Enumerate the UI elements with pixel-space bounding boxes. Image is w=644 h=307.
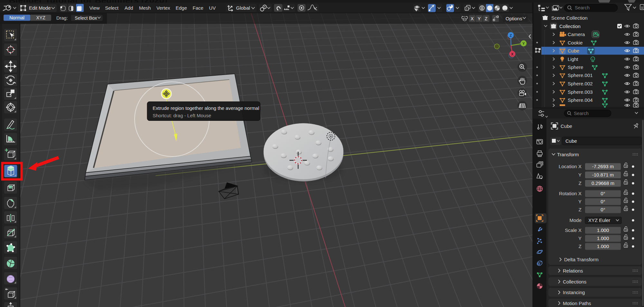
svg-text:Y: Y	[478, 16, 481, 21]
svg-text:UV: UV	[209, 5, 216, 11]
svg-text:XYZ: XYZ	[36, 15, 45, 20]
svg-text:Vertex: Vertex	[156, 5, 170, 11]
svg-text:Z: Z	[485, 16, 488, 21]
svg-text:Cookie: Cookie	[568, 40, 583, 45]
svg-text:X: X	[511, 52, 514, 56]
svg-text:Delta Transform: Delta Transform	[564, 257, 599, 262]
svg-text:Sphere.002: Sphere.002	[568, 81, 593, 86]
svg-text:Relations: Relations	[563, 268, 583, 273]
svg-text:Collection: Collection	[559, 24, 581, 29]
svg-text:Global: Global	[236, 5, 250, 11]
svg-text:Extrude region together along: Extrude region together along the averag…	[153, 105, 259, 111]
svg-text:Instancing: Instancing	[563, 290, 585, 295]
svg-text:Select: Select	[105, 5, 119, 11]
svg-text:Face: Face	[193, 5, 203, 11]
svg-text:Mode: Mode	[569, 217, 582, 223]
svg-text:Mesh: Mesh	[139, 5, 151, 11]
svg-text:Z: Z	[579, 207, 582, 212]
svg-text:Cube: Cube	[568, 48, 579, 53]
svg-text:Z: Z	[579, 180, 582, 186]
svg-text:Scale X: Scale X	[565, 227, 582, 233]
svg-text:-7.2693 m: -7.2693 m	[592, 164, 614, 169]
svg-text:Collections: Collections	[563, 279, 586, 284]
svg-text:Sphere.003: Sphere.003	[568, 89, 593, 95]
svg-text:Transform: Transform	[557, 152, 579, 157]
svg-text:Sphere.004: Sphere.004	[568, 97, 593, 103]
svg-text:Light: Light	[568, 56, 578, 62]
svg-text:-10.871 m: -10.871 m	[592, 172, 614, 177]
svg-text:Normal: Normal	[9, 15, 24, 20]
svg-text:Camera: Camera	[568, 32, 585, 37]
svg-text:Edge: Edge	[175, 5, 187, 11]
svg-text:1.000: 1.000	[597, 235, 609, 241]
svg-text:Rotation X: Rotation X	[559, 191, 582, 196]
svg-text:Sphere.001: Sphere.001	[568, 72, 593, 78]
svg-text:Location X: Location X	[559, 164, 582, 169]
svg-text:Y: Y	[522, 42, 525, 45]
svg-text:0°: 0°	[601, 207, 605, 212]
svg-text:Shortcut: drag - Left Mouse: Shortcut: drag - Left Mouse	[153, 113, 211, 118]
svg-text:Y: Y	[578, 235, 582, 241]
svg-text:0°: 0°	[601, 191, 605, 196]
svg-text:X: X	[471, 16, 474, 21]
svg-text:Motion Paths: Motion Paths	[563, 301, 591, 306]
svg-text:Search: Search	[575, 5, 590, 10]
svg-text:Z: Z	[579, 244, 582, 249]
svg-text:Y: Y	[578, 199, 582, 204]
svg-text:Sphere: Sphere	[568, 64, 583, 70]
svg-text:0°: 0°	[601, 199, 605, 204]
svg-text:1.000: 1.000	[597, 227, 609, 233]
svg-text:Drag:: Drag:	[56, 15, 68, 21]
svg-text:Z: Z	[510, 34, 512, 37]
svg-text:Add: Add	[125, 5, 133, 11]
svg-text:Options: Options	[506, 16, 522, 21]
svg-text:Cube: Cube	[565, 138, 577, 144]
svg-text:Edit Mode: Edit Mode	[29, 5, 51, 11]
svg-text:Scene Collection: Scene Collection	[551, 15, 588, 21]
svg-text:Select Box: Select Box	[75, 15, 97, 21]
svg-text:Y: Y	[578, 172, 582, 177]
svg-text:XYZ Euler: XYZ Euler	[588, 217, 610, 223]
svg-text:View: View	[89, 5, 99, 11]
svg-text:Search: Search	[574, 111, 589, 116]
svg-text:1.000: 1.000	[597, 244, 609, 249]
svg-text:0.29668 m: 0.29668 m	[592, 180, 614, 186]
svg-text:Cube: Cube	[561, 123, 572, 129]
